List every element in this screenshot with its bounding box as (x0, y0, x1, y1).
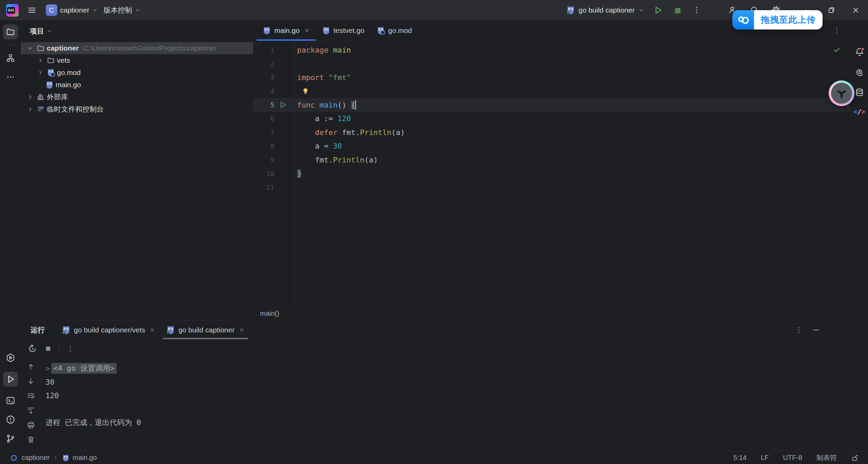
line-number[interactable]: 6 (253, 115, 274, 123)
code-line-9[interactable]: 9 fmt.Println(a) (253, 153, 850, 167)
run-line-icon[interactable] (278, 100, 287, 109)
unlock-icon[interactable] (851, 454, 859, 462)
restore-button[interactable] (819, 0, 844, 20)
chevron-right-icon[interactable] (36, 57, 45, 64)
database-icon[interactable] (854, 88, 865, 98)
project-avatar[interactable]: C (46, 4, 57, 16)
tab-label: testvet.go (334, 26, 364, 35)
down-arrow-icon[interactable] (26, 377, 35, 386)
status-project[interactable]: captioner (22, 454, 50, 462)
problems-tool-button[interactable] (5, 414, 16, 425)
line-number[interactable]: 11 (253, 183, 274, 191)
run-tab-bar: go build captioner/vetsgo build captione… (56, 321, 250, 339)
chevron-down-icon[interactable] (638, 7, 644, 13)
status-file[interactable]: main.go (73, 454, 97, 462)
notification-dot (861, 47, 865, 51)
endpoints-icon[interactable]: </> (853, 108, 865, 115)
text-cursor (355, 100, 356, 110)
chevron-right-icon[interactable] (36, 69, 45, 76)
more-actions-button[interactable] (692, 6, 701, 15)
indent-style[interactable]: 制表符 (816, 453, 837, 462)
print-icon[interactable] (26, 421, 35, 429)
upload-drop-target[interactable]: 拖拽至此上传 (732, 10, 823, 30)
code-line-4[interactable]: 4 (253, 84, 850, 98)
project-widget[interactable]: captioner (57, 3, 101, 18)
close-tab-icon[interactable] (304, 27, 310, 34)
tree-item-临时文件和控制台[interactable]: 临时文件和控制台 (21, 103, 253, 115)
chevron-down-icon[interactable] (26, 45, 35, 52)
tree-item-captioner[interactable]: captionerC:\Users\meowr\GolandProjects\c… (21, 42, 253, 54)
tree-item-label: 外部库 (47, 92, 68, 102)
tree-item-外部库[interactable]: 外部库 (21, 91, 253, 103)
code-line-11[interactable]: 11 (253, 180, 850, 194)
code-line-3[interactable]: 3import "fmt" (253, 71, 850, 84)
vcs-widget[interactable]: 版本控制 (101, 3, 143, 18)
tree-item-go.mod[interactable]: go.mod (21, 66, 253, 79)
editor-tab-go.mod[interactable]: go.mod (371, 20, 418, 41)
folded-output[interactable]: <4 go 设置调用> (51, 363, 117, 374)
tree-item-main.go[interactable]: main.go (21, 79, 253, 91)
clear-console-icon[interactable] (26, 435, 35, 444)
code-line-7[interactable]: 7 defer fmt.Println(a) (253, 125, 850, 139)
breadcrumb[interactable]: main() (253, 306, 850, 321)
up-arrow-icon[interactable] (26, 362, 35, 371)
line-number[interactable]: 10 (253, 170, 274, 178)
run-panel-title: 运行 (31, 325, 45, 335)
intention-bulb-icon[interactable] (301, 87, 310, 96)
chevron-down-icon[interactable] (47, 28, 52, 34)
editor-more-icon[interactable] (833, 20, 841, 41)
hide-panel-icon[interactable] (812, 326, 821, 334)
line-number[interactable]: 3 (253, 73, 274, 81)
profiler-tool-button[interactable] (5, 353, 16, 363)
line-number[interactable]: 7 (253, 128, 274, 136)
line-number[interactable]: 9 (253, 156, 274, 164)
line-number[interactable]: 5 (253, 101, 274, 109)
ai-float-badge[interactable] (829, 80, 854, 106)
git-tool-button[interactable] (5, 433, 16, 444)
run-panel-options-icon[interactable] (795, 326, 803, 334)
close-tab-icon[interactable] (239, 327, 245, 333)
line-number[interactable]: 1 (253, 46, 274, 54)
run-tool-button[interactable] (3, 372, 18, 387)
close-window-button[interactable] (844, 0, 868, 20)
code-line-1[interactable]: 1package main (253, 43, 850, 57)
console-output[interactable]: ><4 go 设置调用>30120进程 已完成，退出代码为 0 (41, 358, 850, 451)
code-line-5[interactable]: 5func main() { (253, 98, 850, 112)
caret-position[interactable]: 5:14 (733, 454, 747, 462)
rerun-icon[interactable] (28, 344, 37, 353)
debug-button[interactable] (673, 5, 683, 15)
soft-wrap-icon[interactable] (26, 391, 35, 400)
line-number[interactable]: 8 (253, 142, 274, 150)
run-button[interactable] (653, 5, 663, 15)
line-separator[interactable]: LF (761, 454, 769, 462)
code-area[interactable]: 1package main23import "fmt"45func main()… (253, 41, 850, 306)
chevron-right-icon[interactable] (26, 106, 35, 113)
editor-tab-main.go[interactable]: main.go (257, 20, 316, 41)
line-number[interactable]: 2 (253, 60, 274, 68)
run-config-name[interactable]: go build captioner (578, 6, 635, 14)
scroll-to-end-icon[interactable] (26, 406, 35, 415)
ai-assistant-icon[interactable] (854, 67, 865, 77)
structure-tool-button[interactable] (3, 51, 18, 65)
stop-icon[interactable] (44, 345, 52, 353)
code-line-8[interactable]: 8 a = 30 (253, 139, 850, 153)
inspections-ok-icon[interactable] (833, 46, 841, 54)
code-line-2[interactable]: 2 (253, 57, 850, 71)
run-more-options-icon[interactable] (66, 345, 74, 353)
project-tool-button[interactable] (3, 24, 18, 39)
more-tool-windows-button[interactable] (3, 70, 18, 84)
terminal-tool-button[interactable] (5, 395, 16, 406)
close-tab-icon[interactable] (149, 327, 155, 333)
line-number[interactable]: 4 (253, 87, 274, 95)
tree-item-vets[interactable]: vets (21, 54, 253, 66)
chevron-right-icon[interactable] (26, 94, 35, 100)
file-encoding[interactable]: UTF-8 (783, 454, 802, 462)
code-line-10[interactable]: 10} (253, 167, 850, 181)
hamburger-menu-icon[interactable] (27, 5, 37, 15)
run-tab-go build captioner/vets[interactable]: go build captioner/vets (56, 321, 161, 339)
run-tab-go build captioner[interactable]: go build captioner (161, 321, 250, 339)
editor-tab-testvet.go[interactable]: testvet.go (316, 20, 371, 41)
code-line-6[interactable]: 6 a := 120 (253, 112, 850, 126)
notifications-bell-icon[interactable] (854, 47, 865, 57)
gomod-icon (47, 69, 55, 77)
